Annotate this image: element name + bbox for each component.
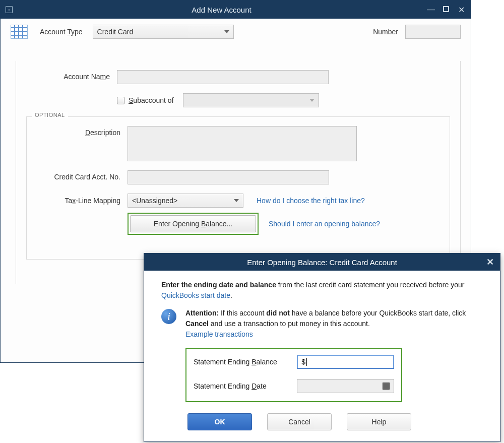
close-button[interactable]: ✕ (457, 5, 466, 15)
window-body: Account Type Credit Card Number Account … (1, 19, 471, 289)
window-title: Add New Account (17, 6, 426, 14)
tax-line-help-link[interactable]: How do I choose the right tax line? (257, 197, 365, 205)
chevron-down-icon (224, 30, 229, 33)
subaccount-checkbox[interactable] (117, 97, 124, 104)
enter-opening-balance-button[interactable]: Enter Opening Balance... (130, 215, 256, 232)
window-titlebar: ▫ Add New Account — ✕ (1, 1, 471, 19)
chevron-down-icon (309, 99, 314, 102)
enter-opening-balance-dialog: Enter Opening Balance: Credit Card Accou… (144, 253, 500, 442)
minimize-button[interactable]: — (426, 5, 435, 15)
cc-acct-no-label: Credit Card Acct. No. (37, 170, 128, 181)
statement-ending-date-label: Statement Ending Date (194, 382, 297, 390)
cc-acct-no-input[interactable] (128, 170, 329, 184)
statement-fields-highlight: Statement Ending Balance $ Statement End… (185, 348, 402, 402)
info-icon: i (161, 309, 176, 324)
ok-button[interactable]: OK (187, 413, 252, 430)
dialog-titlebar: Enter Opening Balance: Credit Card Accou… (144, 254, 500, 271)
dialog-intro-text: Enter the ending date and balance from t… (161, 280, 488, 301)
optional-legend: OPTIONAL (32, 112, 68, 118)
description-label: Description (37, 126, 128, 137)
subaccount-label: Subaccount of (129, 96, 174, 104)
window-controls: — ✕ (426, 5, 466, 15)
statement-ending-date-input[interactable] (297, 379, 394, 393)
opening-balance-highlight: Enter Opening Balance... (128, 213, 259, 235)
quickbooks-start-date-link[interactable]: QuickBooks start date (161, 291, 230, 299)
opening-balance-help-link[interactable]: Should I enter an opening balance? (269, 220, 380, 228)
calendar-icon[interactable] (383, 383, 390, 390)
description-textarea[interactable] (128, 126, 357, 161)
help-button[interactable]: Help (347, 413, 411, 430)
number-label: Number (373, 28, 398, 36)
tax-line-label: Tax-Line Mapping (37, 197, 128, 205)
account-name-input[interactable] (117, 70, 329, 84)
dialog-close-button[interactable]: ✕ (486, 257, 494, 268)
statement-ending-balance-label: Statement Ending Balance (194, 358, 297, 366)
dialog-attention-text: Attention: If this account did not have … (185, 308, 488, 340)
subaccount-dropdown[interactable] (183, 93, 319, 107)
system-menu-icon[interactable]: ▫ (6, 6, 13, 13)
account-type-label: Account Type (40, 28, 83, 36)
account-type-dropdown[interactable]: Credit Card (93, 25, 234, 39)
dialog-title: Enter Opening Balance: Credit Card Accou… (247, 258, 397, 267)
number-input[interactable] (405, 25, 461, 39)
tax-line-dropdown[interactable]: <Unassigned> (128, 194, 243, 208)
chevron-down-icon (234, 199, 239, 202)
account-name-label: Account Name (26, 70, 117, 81)
dialog-body: Enter the ending date and balance from t… (144, 271, 500, 441)
example-transactions-link[interactable]: Example transactions (185, 330, 253, 338)
cancel-button[interactable]: Cancel (267, 413, 332, 430)
statement-ending-balance-input[interactable]: $ (297, 355, 394, 369)
account-grid-icon (11, 25, 28, 39)
maximize-button[interactable] (442, 5, 451, 15)
text-cursor (306, 358, 307, 366)
